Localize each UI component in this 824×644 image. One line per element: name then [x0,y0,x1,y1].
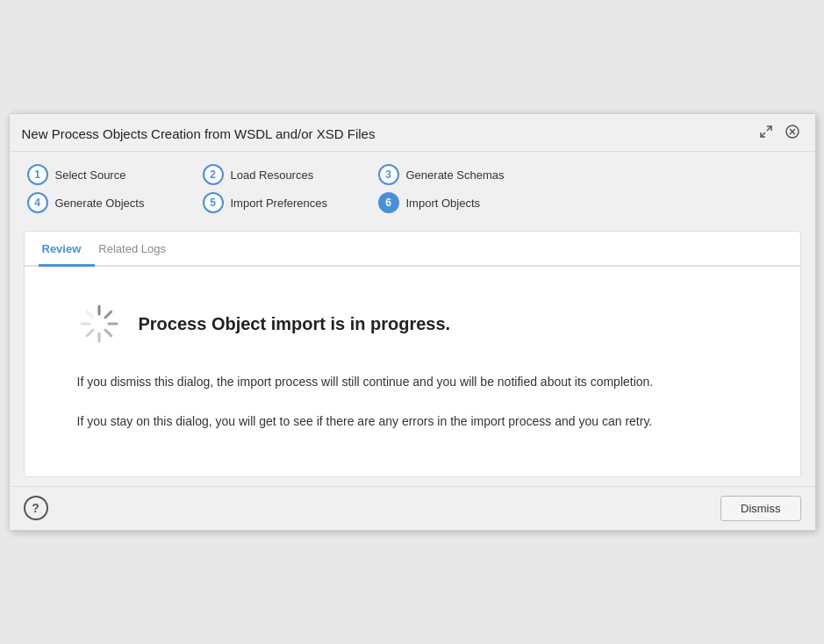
step-1: 1 Select Source [27,164,203,185]
step-1-label: Select Source [55,168,126,182]
dialog-title: New Process Objects Creation from WSDL a… [22,126,376,141]
titlebar-actions [756,123,803,144]
step-4: 4 Generate Objects [27,192,203,213]
loading-spinner-icon [77,302,121,346]
steps-area: 1 Select Source 2 Load Resources 3 Gener… [10,152,815,222]
steps-row-2: 4 Generate Objects 5 Import Preferences … [27,192,798,213]
step-1-circle: 1 [27,164,48,185]
help-button[interactable]: ? [24,496,48,520]
step-3-circle: 3 [378,164,399,185]
content-area: Review Related Logs [24,231,801,477]
step-5-label: Import Preferences [231,197,328,210]
step-2-circle: 2 [203,164,224,185]
svg-line-10 [87,330,93,336]
step-6-label: Import Objects [406,197,481,210]
step-2: 2 Load Resources [203,164,378,185]
svg-line-12 [87,311,93,318]
step-4-circle: 4 [27,192,48,213]
tab-related-logs[interactable]: Related Logs [95,232,180,267]
tabs-bar: Review Related Logs [25,232,800,267]
titlebar: New Process Objects Creation from WSDL a… [10,114,815,152]
svg-line-8 [105,330,111,336]
step-5: 5 Import Preferences [203,192,378,213]
tab-content-review: Process Object import is in progress. If… [25,267,800,476]
step-5-circle: 5 [203,192,224,213]
main-dialog: New Process Objects Creation from WSDL a… [9,113,816,531]
step-2-label: Load Resources [231,168,314,182]
dismiss-button[interactable]: Dismiss [720,496,801,521]
tab-review[interactable]: Review [39,232,96,267]
expand-button[interactable] [756,123,777,144]
status-title: Process Object import is in progress. [139,314,451,334]
info-paragraph-2: If you stay on this dialog, you will get… [77,411,748,431]
step-3-label: Generate Schemas [406,168,505,182]
svg-line-6 [105,311,111,318]
step-3: 3 Generate Schemas [378,164,554,185]
step-4-label: Generate Objects [55,197,145,210]
status-row: Process Object import is in progress. [77,302,748,346]
info-paragraph-1: If you dismiss this dialog, the import p… [77,372,748,391]
close-button[interactable] [782,123,803,144]
step-6: 6 Import Objects [378,192,554,213]
dialog-footer: ? Dismiss [10,486,815,530]
steps-row-1: 1 Select Source 2 Load Resources 3 Gener… [27,164,798,185]
step-6-circle: 6 [378,192,399,213]
